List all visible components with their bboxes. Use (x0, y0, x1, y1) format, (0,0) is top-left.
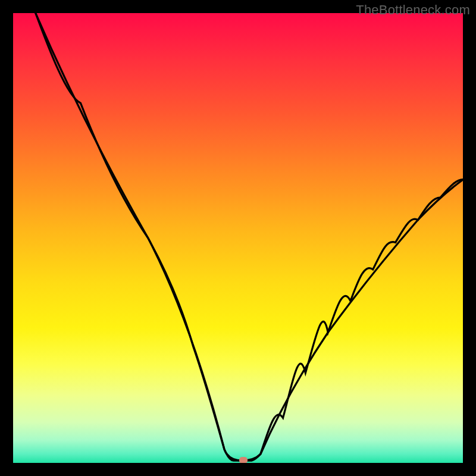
bottleneck-curve-path (36, 13, 463, 461)
curve-svg (13, 13, 463, 463)
watermark-text: TheBottleneck.com (356, 2, 470, 18)
minimum-marker (239, 457, 248, 463)
plot-area (13, 13, 463, 463)
chart-frame: TheBottleneck.com (0, 0, 476, 476)
